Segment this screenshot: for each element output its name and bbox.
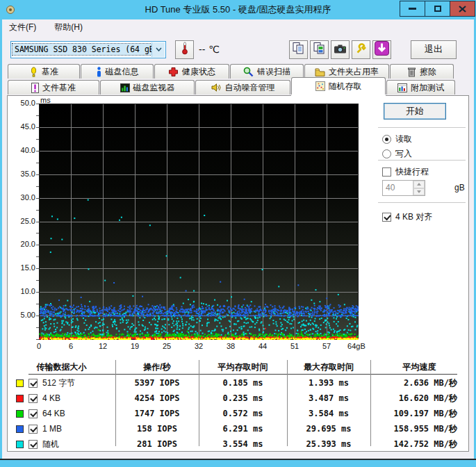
avg-access-value: 3.554 ms	[199, 439, 287, 449]
series-cell: 64 KB	[8, 409, 115, 418]
x-tick-label: 38	[227, 342, 235, 350]
spin-up-button[interactable]	[413, 181, 425, 188]
disk-monitor-icon	[120, 83, 130, 92]
y-tick-label: 40.0	[9, 146, 35, 154]
minimize-button[interactable]	[400, 1, 425, 17]
tab-disk-monitor[interactable]: 磁盘监视器	[100, 80, 195, 95]
series-visibility-checkbox[interactable]	[28, 394, 38, 403]
close-icon	[459, 6, 466, 13]
results-table: 传输数据大小操作/秒平均存取时间最大存取时间平均速度 512 字节5397 IO…	[8, 359, 468, 452]
table-row: 512 字节5397 IOPS0.185 ms1.393 ms2.636 MB/…	[8, 375, 468, 391]
start-button[interactable]: 开始	[384, 103, 446, 120]
legend-color-swatch	[16, 395, 24, 402]
ops-value: 281 IOPS	[115, 439, 199, 449]
drive-select[interactable]: SAMSUNG SSD 830 Series (64 gB)	[10, 41, 166, 58]
toolbar: SAMSUNG SSD 830 Series (64 gB) -- ℃ 退出	[2, 35, 474, 64]
series-visibility-checkbox[interactable]	[28, 425, 38, 434]
x-tick-label: 19	[131, 342, 139, 350]
tab-file-benchmark[interactable]: 文件基准	[8, 80, 99, 95]
x-tick-label: 0	[37, 342, 41, 350]
ops-value: 5397 IOPS	[115, 378, 199, 388]
y-tick-label: 50.0	[9, 99, 35, 107]
x-tick-label: 6	[69, 342, 73, 350]
tab-extra-tests[interactable]: 附加测试	[386, 80, 455, 95]
y-tick-label: 5.00	[9, 311, 35, 319]
x-tick-label: 44	[258, 342, 267, 350]
tab-row-2: 文件基准磁盘监视器自动噪音管理随机存取附加测试	[8, 79, 474, 95]
random-access-panel: ms 50.045.040.035.030.025.020.015.010.05…	[7, 95, 469, 452]
maximize-button[interactable]	[425, 1, 450, 17]
table-header: 平均存取时间	[199, 361, 287, 373]
series-visibility-checkbox[interactable]	[28, 379, 38, 388]
tab-disk-info[interactable]: 磁盘信息	[81, 64, 154, 79]
tab-row-1: 基准磁盘信息健康状态错误扫描文件夹占用率擦除	[8, 64, 474, 79]
read-radio-label: 读取	[395, 133, 412, 145]
read-radio[interactable]: 读取	[382, 133, 412, 145]
separator	[378, 202, 466, 204]
align-label: 4 KB 对齐	[395, 211, 432, 223]
menu-file[interactable]: 文件(F)	[9, 22, 36, 33]
series-visibility-checkbox[interactable]	[28, 440, 38, 449]
spinner-buttons	[413, 181, 425, 195]
tab-erase[interactable]: 擦除	[390, 64, 454, 79]
menu-help[interactable]: 帮助(H)	[54, 22, 83, 33]
checkbox-box	[382, 213, 391, 222]
series-visibility-checkbox[interactable]	[28, 409, 38, 418]
screenshot-button[interactable]	[331, 40, 350, 59]
copy-image-icon	[313, 42, 326, 57]
write-radio[interactable]: 写入	[382, 148, 412, 160]
x-tick-label: 25	[163, 342, 171, 350]
align-checkbox[interactable]: 4 KB 对齐	[382, 211, 432, 223]
copy-image-button[interactable]	[310, 40, 329, 59]
save-button[interactable]	[372, 40, 391, 59]
legend-color-swatch	[16, 379, 24, 387]
max-access-value: 25.393 ms	[287, 439, 370, 449]
y-tick-label: 20.0	[9, 240, 35, 248]
column-divider	[115, 360, 116, 446]
legend-color-swatch	[16, 441, 24, 448]
test-controls: 开始 读取 写入 快捷行程 40	[377, 96, 468, 357]
tab-health[interactable]: 健康状态	[154, 64, 229, 79]
checkbox-box	[382, 167, 391, 177]
arrow-down-icon	[417, 190, 421, 193]
tab-benchmark[interactable]: 基准	[8, 64, 80, 79]
table-header: 平均速度	[370, 361, 468, 373]
camera-icon	[334, 43, 347, 56]
options-button[interactable]	[352, 40, 370, 59]
quick-range-spinner[interactable]: 40	[382, 180, 425, 196]
table-row: 随机281 IOPS3.554 ms25.393 ms142.752 MB/秒	[8, 436, 468, 452]
separator	[378, 160, 466, 161]
window-controls	[400, 1, 475, 17]
separator	[378, 127, 466, 129]
chart-area: ms 50.045.040.035.030.025.020.015.010.05…	[8, 96, 372, 357]
max-access-value: 3.487 ms	[287, 393, 370, 403]
series-label: 随机	[42, 439, 59, 450]
quick-range-checkbox[interactable]: 快捷行程	[382, 166, 429, 178]
series-label: 512 字节	[42, 377, 75, 389]
x-tick-label: 57	[322, 342, 331, 350]
column-divider	[370, 360, 371, 446]
chevron-down-icon[interactable]	[151, 42, 165, 57]
exit-button[interactable]: 退出	[411, 40, 457, 59]
tab-random-access[interactable]: 随机存取	[291, 77, 386, 95]
table-header-row: 传输数据大小操作/秒平均存取时间最大存取时间平均速度	[8, 359, 468, 375]
tab-label: 磁盘信息	[106, 66, 139, 78]
tab-strip: 基准磁盘信息健康状态错误扫描文件夹占用率擦除 文件基准磁盘监视器自动噪音管理随机…	[2, 64, 474, 95]
temperature-display: -- ℃	[199, 44, 220, 55]
tab-folder-usage[interactable]: 文件夹占用率	[304, 64, 389, 79]
thermometer-icon	[181, 42, 188, 57]
tab-label: 擦除	[420, 66, 436, 78]
tab-aam[interactable]: 自动噪音管理	[195, 80, 290, 95]
legend-color-swatch	[16, 425, 24, 433]
series-cell: 4 KB	[8, 393, 115, 403]
file-benchmark-icon	[31, 83, 39, 93]
spin-down-button[interactable]	[413, 188, 425, 196]
table-header: 最大存取时间	[287, 361, 370, 373]
menu-bar: 文件(F) 帮助(H)	[2, 19, 474, 35]
copy-text-button[interactable]	[289, 40, 308, 59]
temperature-button[interactable]	[175, 40, 194, 59]
random-access-icon	[315, 81, 325, 91]
tab-error-scan[interactable]: 错误扫描	[230, 64, 304, 79]
app-window: HD Tune 专业版 5.50 - 硬盘/固态硬盘实用程序 文件(F) 帮助(…	[0, 0, 476, 467]
close-button[interactable]	[450, 1, 475, 17]
